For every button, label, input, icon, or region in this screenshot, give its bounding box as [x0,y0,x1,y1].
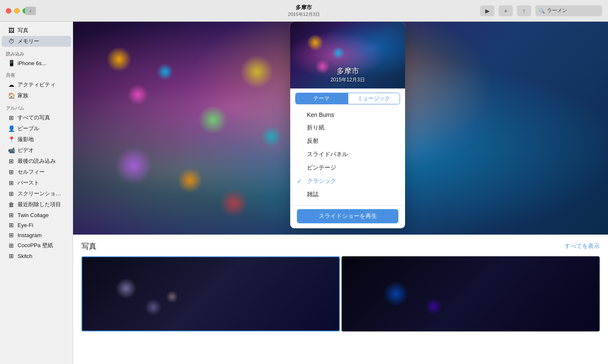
popover-preview-date: 2015年12月3日 [330,76,365,83]
sidebar-label-video: ビデオ [18,147,34,154]
sidebar-item-places[interactable]: 📍 撮影地 [2,134,71,145]
sidebar-label-instagram: Instagram [18,232,42,238]
toolbar-right: ▶ + ↑ 🔍 ✕ [480,5,602,16]
sidebar-item-all-photos[interactable]: ⊞ すべての写真 [2,112,71,123]
theme-label-reflection: 反射 [307,137,319,145]
search-input[interactable] [547,8,608,14]
share-button[interactable]: ↑ [517,5,531,16]
sidebar-label-eye-fi: Eye-Fi [18,222,33,228]
hero-image: 多摩市 2015年12月3日 多摩市 2015年12月3日 テーマ ミュージック [73,22,608,235]
sidebar-item-last-import[interactable]: ⊞ 最後の読み込み [2,156,71,167]
slideshow-play-button[interactable]: スライドショーを再生 [297,209,398,223]
theme-item-magazine[interactable]: 雑誌 [290,188,405,201]
window-title: 多摩市 [288,4,320,11]
instagram-icon: ⊞ [8,232,15,238]
check-origami [297,124,304,131]
theme-item-reflection[interactable]: 反射 [290,134,405,148]
popover-preview: 多摩市 2015年12月3日 [290,22,405,88]
theme-item-classic[interactable]: ✓ クラシック [290,174,405,188]
add-button[interactable]: + [499,5,513,16]
popover-theme-list: Ken Burns 折り紙 反射 スライドパネル [290,107,405,205]
popover-preview-title: 多摩市 [337,66,359,76]
title-bar: ‹ 多摩市 2015年12月3日 ▶ + ↑ 🔍 ✕ [0,0,608,22]
theme-label-vintage: ビンテージ [307,164,336,172]
theme-item-slide-panel[interactable]: スライドパネル [290,148,405,161]
sidebar-label-iphone: iPhone 6s... [18,60,46,66]
sidebar-label-twin-collage: Twin Collage [18,212,48,218]
theme-item-ken-burns[interactable]: Ken Burns [290,109,405,121]
section-label-albums: アルバム [0,101,73,112]
sidebar-item-people[interactable]: 👤 ピープル [2,123,71,134]
screenshot-icon: ⊞ [8,190,15,197]
tab-music[interactable]: ミュージック [348,93,400,104]
theme-label-ken-burns: Ken Burns [307,111,334,118]
theme-label-slide-panel: スライドパネル [307,151,348,158]
sidebar-item-iphone[interactable]: 📱 iPhone 6s... [2,58,71,68]
sidebar-item-eye-fi[interactable]: ⊞ Eye-Fi [2,220,71,230]
section-label-shared: 共有 [0,68,73,79]
sidebar-item-instagram[interactable]: ⊞ Instagram [2,230,71,240]
sidebar-item-twin-collage[interactable]: ⊞ Twin Collage [2,210,71,220]
sidebar-item-memories[interactable]: ⏱ メモリー [2,36,71,47]
sidebar-item-screenshot[interactable]: ⊞ スクリーンショ… [2,188,71,199]
recently-deleted-icon: 🗑 [8,201,15,208]
sidebar-label-skitch: Skitch [18,253,32,259]
last-import-icon: ⊞ [8,158,15,164]
sidebar-label-all-photos: すべての写真 [18,114,50,121]
sidebar-item-skitch[interactable]: ⊞ Skitch [2,251,71,261]
sidebar-label-family: 家族 [18,92,28,99]
theme-label-magazine: 雑誌 [307,191,319,198]
play-button[interactable]: ▶ [480,5,494,16]
theme-item-vintage[interactable]: ビンテージ [290,161,405,174]
check-ken-burns [297,111,304,118]
check-magazine [297,191,304,198]
eye-fi-icon: ⊞ [8,222,15,228]
popover-footer: スライドショーを再生 [290,205,405,228]
sidebar-item-photos[interactable]: 🖼 写真 [2,25,71,36]
sidebar-label-burst: バースト [18,179,39,187]
all-photos-icon: ⊞ [8,114,15,121]
check-vintage [297,164,304,171]
photo-thumb-1[interactable] [81,256,340,331]
search-icon: 🔍 [539,8,545,14]
photos-grid [81,256,600,331]
window-subtitle: 2015年12月3日 [288,11,320,17]
selfie-icon: ⊞ [8,169,15,175]
close-button[interactable] [6,8,11,13]
check-slide-panel [297,151,304,158]
tab-theme[interactable]: テーマ [295,93,348,104]
photos-section: 写真 すべてを表示 [73,235,608,338]
content-area: 多摩市 2015年12月3日 多摩市 2015年12月3日 テーマ ミュージック [73,22,608,364]
sidebar-label-activity: アクティビティ [18,81,56,88]
sidebar-label-last-import: 最後の読み込み [18,157,56,165]
sidebar-label-cocoapaper: CocoPPa 壁紙 [18,242,53,249]
sidebar-item-selfie[interactable]: ⊞ セルフィー [2,167,71,177]
sidebar-item-burst[interactable]: ⊞ バースト [2,177,71,188]
back-button[interactable]: ‹ [25,7,36,15]
check-reflection [297,138,304,144]
theme-label-origami: 折り紙 [307,124,324,131]
sidebar-item-recently-deleted[interactable]: 🗑 最近削除した項目 [2,199,71,210]
photos-header: 写真 すべてを表示 [81,241,600,251]
family-icon: 🏠 [8,92,15,99]
skitch-icon: ⊞ [8,253,15,259]
photos-icon: 🖼 [8,27,15,34]
twin-collage-icon: ⊞ [8,212,15,218]
iphone-icon: 📱 [8,60,15,66]
show-all-link[interactable]: すべてを表示 [565,243,600,250]
search-box[interactable]: 🔍 ✕ [535,5,602,16]
photo-thumb-2[interactable] [342,256,600,331]
sidebar-item-activity[interactable]: ☁ アクティビティ [2,79,71,90]
sidebar: 🖼 写真 ⏱ メモリー 読み込み 📱 iPhone 6s... 共有 ☁ アクテ… [0,22,73,364]
sidebar-label-screenshot: スクリーンショ… [18,190,61,197]
sidebar-label-recently-deleted: 最近削除した項目 [18,201,61,208]
minimize-button[interactable] [14,8,20,13]
sidebar-item-cocoapaper[interactable]: ⊞ CocoPPa 壁紙 [2,240,71,251]
theme-item-origami[interactable]: 折り紙 [290,121,405,134]
video-icon: 📹 [8,147,15,154]
sidebar-item-video[interactable]: 📹 ビデオ [2,145,71,156]
theme-popover: 多摩市 2015年12月3日 テーマ ミュージック Ken Burns [290,22,405,228]
sidebar-item-family[interactable]: 🏠 家族 [2,90,71,101]
sidebar-label-people: ピープル [18,125,39,132]
sidebar-label-photos: 写真 [18,27,28,34]
